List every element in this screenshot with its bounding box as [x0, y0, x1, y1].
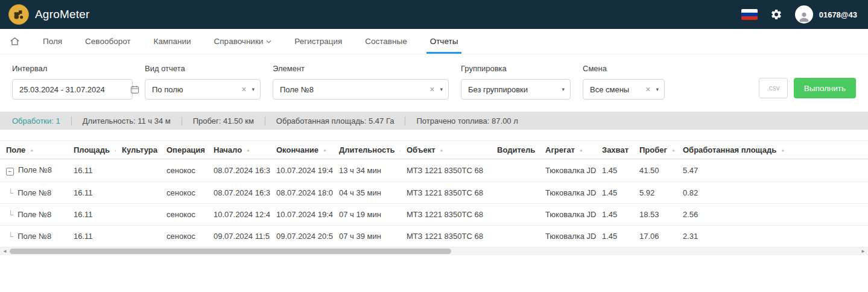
- table-cell: 2.56: [677, 204, 868, 226]
- field-name: Поле №8: [17, 232, 51, 241]
- table-cell: 10.07.2024 12:48:34: [207, 204, 270, 226]
- table-row[interactable]: └Поле №816.11сенокос10.07.2024 12:48:341…: [0, 204, 868, 226]
- interval-input[interactable]: [12, 79, 133, 100]
- column-header[interactable]: Обработанная площадь▲: [677, 141, 868, 159]
- clear-icon[interactable]: ×: [429, 85, 434, 94]
- nav-item-campaigns[interactable]: Кампании: [154, 29, 191, 54]
- column-header[interactable]: Объект▲: [401, 141, 491, 159]
- column-label: Агрегат: [545, 145, 575, 154]
- scrollbar-track[interactable]: [10, 247, 858, 255]
- scroll-right-arrow[interactable]: ►: [858, 247, 868, 255]
- table-cell: 0.82: [677, 182, 868, 204]
- report-type-label: Вид отчета: [145, 64, 261, 73]
- topbar-left: AgroMeter: [8, 4, 90, 25]
- table-cell: [116, 182, 160, 204]
- nav-item-registration[interactable]: Регистрация: [294, 29, 342, 54]
- page: AgroMeter 01678@43: [0, 0, 868, 292]
- scrollbar-thumb[interactable]: [10, 249, 451, 254]
- column-header[interactable]: Культура▲: [116, 141, 160, 159]
- grouping-select[interactable]: Без группировки ▾: [461, 79, 571, 100]
- chevron-down-icon[interactable]: ▾: [440, 87, 443, 92]
- clear-icon[interactable]: ×: [645, 85, 650, 94]
- column-header[interactable]: Пробег▲: [633, 141, 677, 159]
- language-flag-icon[interactable]: [741, 9, 758, 20]
- settings-gear-icon[interactable]: [770, 8, 783, 21]
- table-cell: МТЗ 1221 8350ТС 68: [401, 226, 491, 247]
- column-label: Культура: [122, 145, 157, 154]
- table-cell: 18.53: [633, 204, 677, 226]
- app-logo-icon[interactable]: [8, 4, 29, 25]
- run-button[interactable]: Выполнить: [794, 78, 856, 98]
- table-cell: 08.07.2024 16:33:01: [207, 182, 270, 204]
- filter-report-type: Вид отчета По полю × ▾: [145, 64, 261, 100]
- element-label: Элемент: [273, 64, 449, 73]
- nav-item-fields[interactable]: Поля: [43, 29, 62, 54]
- column-header[interactable]: Операция▲: [160, 141, 207, 159]
- column-header[interactable]: Водитель▲: [491, 141, 539, 159]
- report-type-select[interactable]: По полю × ▾: [145, 79, 261, 100]
- nav-item-directories[interactable]: Справочники: [214, 29, 272, 54]
- table-cell: [116, 226, 160, 247]
- table-cell: сенокос: [160, 159, 207, 182]
- nav-item-reports[interactable]: Отчеты: [430, 29, 458, 54]
- table-row[interactable]: └Поле №816.11сенокос08.07.2024 16:33:010…: [0, 182, 868, 204]
- tree-branch-icon: └: [8, 188, 13, 197]
- table-row[interactable]: └Поле №816.11сенокос09.07.2024 11:52:040…: [0, 226, 868, 247]
- username: 01678@43: [819, 10, 857, 19]
- interval-value[interactable]: [19, 85, 125, 94]
- table-header-row: Поле▲Площадь▲Культура▲Операция▲Начало▲Ок…: [0, 141, 868, 159]
- column-label: Обработанная площадь: [683, 145, 776, 154]
- collapse-icon[interactable]: −: [6, 168, 14, 176]
- column-header[interactable]: Начало▲: [207, 141, 270, 159]
- sort-caret-icon: ▲: [399, 148, 401, 152]
- sort-caret-icon: ▲: [579, 148, 583, 152]
- field-name: Поле №8: [17, 188, 51, 197]
- calendar-icon[interactable]: [130, 85, 139, 94]
- field-cell: └Поле №8: [0, 226, 68, 247]
- column-header[interactable]: Площадь▲: [68, 141, 116, 159]
- field-cell: └Поле №8: [0, 182, 68, 204]
- chevron-down-icon: [266, 40, 271, 43]
- nav-item-crop-rotation[interactable]: Севооборот: [85, 29, 130, 54]
- table-cell: 07 ч 39 мин: [333, 226, 401, 247]
- element-select[interactable]: Поле №8 × ▾: [273, 79, 449, 100]
- sort-caret-icon: ▲: [30, 148, 34, 152]
- chevron-down-icon[interactable]: ▾: [656, 87, 659, 92]
- chevron-down-icon[interactable]: ▾: [562, 87, 565, 92]
- horizontal-scrollbar[interactable]: ◄ ►: [0, 247, 868, 255]
- sort-caret-icon: ▲: [440, 148, 444, 152]
- table-cell: [491, 226, 539, 247]
- csv-button[interactable]: .csv: [759, 78, 787, 98]
- table-cell: Тюковалка JD: [539, 159, 596, 182]
- grouping-value: Без группировки: [468, 85, 557, 94]
- column-header[interactable]: Длительность▲: [333, 141, 401, 159]
- table-cell: [491, 159, 539, 182]
- user-menu[interactable]: 01678@43: [795, 5, 857, 24]
- grouping-label: Группировка: [461, 64, 571, 73]
- column-header[interactable]: Агрегат▲: [539, 141, 596, 159]
- column-header[interactable]: Окончание▲: [270, 141, 333, 159]
- nav-item-composite[interactable]: Составные: [365, 29, 407, 54]
- column-header[interactable]: Захват▲: [596, 141, 633, 159]
- summary-bar: Обработки: 1 Длительность: 11 ч 34 м Про…: [0, 112, 868, 130]
- column-header[interactable]: Поле▲: [0, 141, 68, 159]
- table-cell: 13 ч 34 мин: [333, 159, 401, 182]
- table-cell: 08.07.2024 16:33:01: [207, 159, 270, 182]
- table-cell: 1.45: [596, 182, 633, 204]
- table-cell: [116, 159, 160, 182]
- home-icon[interactable]: [10, 29, 20, 54]
- table-cell: 1.45: [596, 226, 633, 247]
- shift-select[interactable]: Все смены × ▾: [583, 79, 665, 100]
- tractor-glyph: [12, 8, 25, 21]
- scroll-left-arrow[interactable]: ◄: [0, 247, 10, 255]
- column-label: Объект: [407, 145, 436, 154]
- topbar-right: 01678@43: [741, 5, 857, 24]
- chevron-down-icon[interactable]: ▾: [252, 87, 255, 92]
- clear-icon[interactable]: ×: [241, 85, 246, 94]
- report-table: Поле▲Площадь▲Культура▲Операция▲Начало▲Ок…: [0, 130, 868, 247]
- interval-label: Интервал: [12, 64, 133, 73]
- table-cell: [116, 204, 160, 226]
- table-row[interactable]: −Поле №816.11сенокос08.07.2024 16:33:011…: [0, 159, 868, 182]
- table-cell: 09.07.2024 11:52:04: [207, 226, 270, 247]
- column-label: Водитель: [497, 145, 535, 154]
